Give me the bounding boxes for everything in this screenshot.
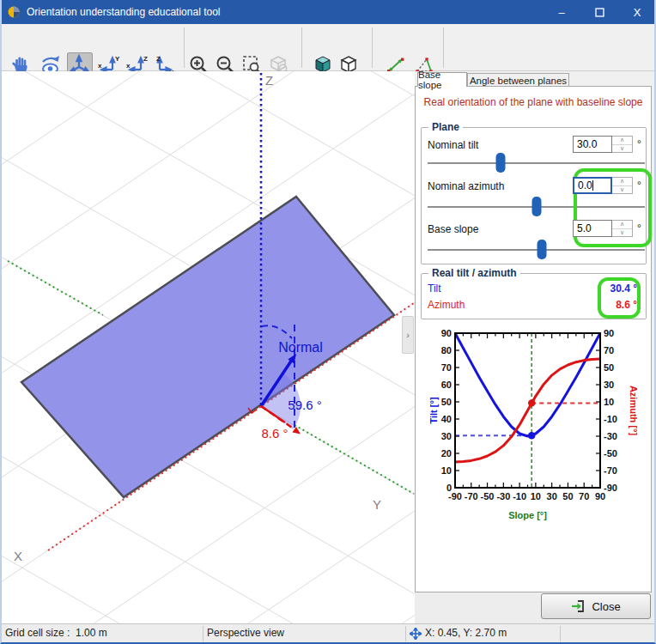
- svg-text:30: 30: [604, 380, 614, 390]
- svg-text:-70: -70: [604, 465, 617, 476]
- svg-text:-30: -30: [496, 491, 510, 501]
- maximize-icon: [595, 8, 604, 17]
- z-axis-label: Z: [265, 73, 273, 88]
- real-group-title: Real tilt / azimuth: [428, 267, 520, 279]
- toolbar: x Y x Z Z Y Poin: [0, 24, 656, 71]
- real-tilt-label: Tilt: [428, 283, 441, 295]
- tilt-azimuth-chart: -90-70-50-30-101030507090010203040506070…: [416, 323, 653, 529]
- tilt-angle-value: 59.6 °: [288, 398, 321, 412]
- toolbar-separator: [372, 27, 373, 68]
- x-axis-label: X: [14, 549, 22, 563]
- svg-text:10: 10: [604, 397, 614, 407]
- svg-text:Y: Y: [115, 55, 120, 63]
- svg-text:50: 50: [604, 362, 614, 373]
- app-icon: [8, 6, 20, 18]
- svg-text:40: 40: [441, 414, 452, 424]
- base-slope-slider[interactable]: [428, 249, 645, 251]
- svg-text:50: 50: [441, 397, 452, 407]
- exit-door-icon: [571, 599, 586, 613]
- base-slope-slider-thumb[interactable]: [537, 240, 546, 259]
- svg-text:-10: -10: [513, 491, 526, 501]
- svg-text:-50: -50: [604, 448, 617, 459]
- svg-text:90: 90: [604, 328, 614, 338]
- svg-text:30: 30: [547, 491, 557, 501]
- svg-text:Z: Z: [143, 55, 148, 63]
- normal-label: Normal: [278, 340, 323, 355]
- base-slope-spinner[interactable]: ∧∨: [612, 220, 633, 237]
- plane-group-title: Plane: [428, 121, 463, 133]
- svg-text:Slope [°]: Slope [°]: [508, 510, 547, 520]
- nominal-azimuth-slider-thumb[interactable]: [531, 197, 541, 216]
- svg-text:60: 60: [441, 380, 452, 390]
- status-separator: [560, 626, 561, 641]
- close-button-label: Close: [592, 600, 620, 613]
- maximize-button[interactable]: [580, 0, 618, 24]
- move-cursor-icon: [410, 628, 422, 640]
- close-window-button[interactable]: X: [618, 0, 656, 24]
- minimize-button[interactable]: –: [543, 0, 580, 24]
- svg-text:0: 0: [446, 483, 452, 493]
- real-azimuth-label: Azimuth: [428, 299, 465, 311]
- svg-text:Azimuth [°]: Azimuth [°]: [629, 386, 639, 436]
- svg-text:-10: -10: [604, 414, 617, 424]
- degree-unit: °: [637, 222, 641, 234]
- nominal-tilt-slider-thumb[interactable]: [496, 153, 506, 173]
- tilted-plane[interactable]: [21, 197, 394, 497]
- svg-text:30: 30: [441, 431, 452, 441]
- y-axis-label: Y: [373, 497, 381, 512]
- svg-text:90: 90: [441, 328, 452, 338]
- status-separator: [405, 626, 406, 641]
- nominal-tilt-spinbox[interactable]: 30.0 ∧∨: [573, 136, 633, 153]
- nominal-tilt-spinner[interactable]: ∧∨: [612, 136, 633, 153]
- nominal-tilt-label: Nominal tilt: [428, 139, 478, 151]
- nominal-azimuth-spinbox[interactable]: 0.0 ∧∨: [573, 177, 633, 194]
- svg-text:-90: -90: [604, 483, 617, 493]
- nominal-azimuth-input[interactable]: 0.0: [573, 177, 612, 194]
- base-slope-input[interactable]: 5.0: [573, 220, 612, 237]
- nominal-tilt-slider[interactable]: [428, 162, 645, 164]
- nominal-azimuth-label: Nominal azimuth: [428, 180, 504, 192]
- svg-text:50: 50: [562, 491, 573, 501]
- svg-text:x: x: [126, 62, 131, 70]
- base-slope-label: Base slope: [428, 223, 478, 235]
- toolbar-separator: [443, 27, 444, 68]
- footer-bar: Close: [415, 592, 656, 623]
- svg-text:x: x: [98, 62, 102, 70]
- nominal-tilt-input[interactable]: 30.0: [573, 136, 612, 153]
- svg-text:70: 70: [579, 491, 589, 501]
- status-separator: [203, 626, 203, 641]
- svg-text:70: 70: [441, 362, 452, 373]
- degree-unit: °: [637, 138, 641, 150]
- svg-text:-30: -30: [604, 431, 617, 441]
- close-button[interactable]: Close: [541, 593, 651, 619]
- svg-text:-50: -50: [481, 491, 495, 501]
- svg-text:Tilt [°]: Tilt [°]: [428, 397, 439, 423]
- svg-text:80: 80: [441, 345, 452, 355]
- toolbar-separator: [184, 27, 185, 68]
- azimuth-angle-value: 8.6 °: [261, 426, 288, 440]
- svg-text:70: 70: [604, 345, 614, 355]
- svg-text:10: 10: [441, 465, 452, 476]
- result-highlight-box: [598, 277, 641, 319]
- panel-collapse-handle[interactable]: ›: [402, 316, 414, 354]
- statusbar: Grid cell size : 1.00 m Perspective view…: [0, 623, 656, 642]
- status-grid-cell-size: Grid cell size : 1.00 m: [5, 627, 107, 639]
- tab-base-slope[interactable]: Base slope: [417, 72, 467, 87]
- panel-heading: Real orientation of the plane with basel…: [416, 96, 651, 108]
- status-cursor-coords: X: 0.45, Y: 2.70 m: [425, 627, 507, 639]
- 3d-viewport[interactable]: Z X Y Normal 59.6 ° 8.6 °: [2, 71, 415, 623]
- window-title: Orientation understanding educational to…: [27, 6, 221, 18]
- status-view-mode: Perspective view: [207, 627, 284, 639]
- toolbar-separator: [301, 27, 302, 68]
- base-slope-spinbox[interactable]: 5.0 ∧∨: [573, 220, 633, 237]
- svg-text:Z: Z: [156, 55, 161, 63]
- app-window: Orientation understanding educational to…: [0, 0, 656, 644]
- degree-unit: °: [637, 179, 641, 191]
- svg-text:20: 20: [441, 448, 452, 459]
- tab-angle-between-planes[interactable]: Angle between planes: [467, 73, 569, 87]
- nominal-azimuth-spinner[interactable]: ∧∨: [612, 177, 633, 194]
- titlebar[interactable]: Orientation understanding educational to…: [0, 0, 656, 24]
- svg-text:-70: -70: [465, 491, 478, 501]
- svg-text:10: 10: [531, 491, 541, 501]
